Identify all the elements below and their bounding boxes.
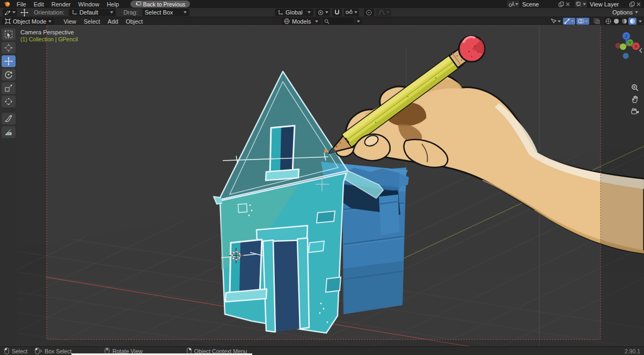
hint-box-select: Box Select	[35, 347, 71, 354]
object-visibility-dropdown[interactable]	[549, 18, 562, 25]
options-dropdown[interactable]: Options	[610, 9, 641, 16]
menu-window[interactable]: Window	[75, 1, 103, 8]
chevron-down-icon	[635, 11, 638, 13]
move-tool-icon[interactable]	[20, 9, 28, 17]
proportional-falloff-dropdown[interactable]	[376, 9, 391, 16]
magnet-icon	[334, 9, 340, 16]
proportional-edit-toggle[interactable]	[364, 9, 374, 16]
pan-button[interactable]	[629, 93, 641, 105]
tool-scale[interactable]	[2, 82, 16, 94]
transform-orientation-dropdown[interactable]: Global	[275, 9, 313, 16]
orientation-label: Orientation:	[34, 9, 64, 16]
topbar-right: Scene View Layer	[507, 1, 642, 8]
gizmo-neg-z-ball[interactable]	[623, 53, 629, 59]
camera-view-button[interactable]	[629, 105, 641, 117]
chevron-down-icon	[110, 11, 113, 13]
globe-icon	[284, 18, 290, 24]
falloff-curve-icon	[378, 9, 385, 16]
menu-file[interactable]: File	[13, 1, 30, 8]
tool-cursor[interactable]	[2, 42, 16, 54]
new-view-layer-icon[interactable]	[630, 2, 635, 7]
gizmo-neg-y-ball[interactable]	[620, 44, 626, 50]
scene-name-field[interactable]: Scene	[519, 1, 557, 8]
viewport-header: Object Mode View Select Add Object Model…	[0, 17, 644, 25]
shading-material-button[interactable]	[620, 18, 628, 25]
pivot-point-dropdown[interactable]	[316, 9, 330, 16]
asset-bar: Models	[281, 18, 362, 25]
show-overlays-toggle[interactable]	[576, 18, 589, 25]
viewport-nav-buttons	[629, 82, 641, 117]
menu-select[interactable]: Select	[80, 18, 104, 25]
scene-selector: Scene	[507, 1, 572, 8]
object-mode-icon	[5, 18, 11, 24]
svg-text:Y: Y	[628, 40, 632, 45]
snap-target-dropdown[interactable]	[344, 9, 359, 16]
snap-toggle[interactable]	[332, 9, 342, 16]
global-orientation-icon	[277, 10, 283, 16]
new-scene-icon[interactable]	[559, 2, 564, 7]
view-layer-icon	[576, 2, 582, 7]
viewport-3d[interactable]: Camera Perspective (1) Collection | GPen…	[0, 25, 644, 346]
shading-rendered-button[interactable]	[628, 18, 636, 25]
toolbar-left	[0, 25, 17, 346]
chevron-down-icon	[583, 3, 586, 5]
chevron-down-icon	[308, 11, 311, 13]
asset-search-field[interactable]	[323, 18, 354, 25]
menu-render[interactable]: Render	[48, 1, 75, 8]
orientation-dropdown[interactable]: Default	[69, 9, 116, 16]
show-gizmo-toggle[interactable]	[563, 18, 575, 25]
shading-solid-button[interactable]	[612, 18, 620, 25]
chevron-down-icon	[357, 20, 360, 23]
svg-text:X: X	[634, 44, 638, 49]
mouse-left-icon	[4, 347, 9, 354]
zoom-button[interactable]	[629, 82, 641, 93]
pivot-point-icon	[317, 9, 324, 16]
unlink-scene-icon[interactable]	[566, 2, 570, 6]
proportional-edit-icon	[365, 9, 372, 16]
blender-window: File Edit Render Window Help Back to Pre…	[0, 0, 644, 355]
tool-rotate[interactable]	[2, 69, 16, 81]
shading-wireframe-button[interactable]	[604, 18, 612, 25]
tool-transform[interactable]	[2, 96, 16, 107]
tool-measure[interactable]	[2, 126, 16, 138]
tool-move[interactable]	[2, 55, 16, 67]
chevron-down-icon[interactable]	[639, 20, 642, 23]
menu-edit[interactable]: Edit	[30, 1, 48, 8]
xray-toggle[interactable]	[592, 18, 601, 25]
chevron-down-icon	[386, 11, 390, 13]
menu-add[interactable]: Add	[104, 18, 122, 25]
blender-logo-icon[interactable]	[3, 1, 11, 7]
menu-help[interactable]: Help	[103, 1, 123, 8]
editor-type-button[interactable]	[3, 9, 17, 16]
svg-text:Z: Z	[625, 34, 628, 39]
asset-category-dropdown[interactable]: Models	[281, 18, 321, 25]
drag-dropdown[interactable]: Select Box	[142, 9, 189, 16]
view-layer-name-field[interactable]: View Layer	[587, 1, 628, 8]
chevron-down-icon	[585, 20, 588, 23]
topbar: File Edit Render Window Help Back to Pre…	[0, 0, 644, 8]
hand-icon	[631, 96, 639, 103]
camera-icon	[631, 108, 639, 114]
back-to-previous-button[interactable]: Back to Previous	[130, 1, 191, 8]
tool-annotate[interactable]	[2, 113, 16, 125]
tool-select-box[interactable]	[2, 28, 16, 40]
remove-view-layer-icon[interactable]	[636, 2, 641, 6]
search-icon	[324, 19, 330, 24]
menu-object[interactable]: Object	[122, 18, 147, 25]
navigation-gizmo[interactable]: Z Y X	[608, 28, 642, 62]
scene-browse-button[interactable]	[507, 1, 519, 8]
mode-dropdown[interactable]: Object Mode	[2, 18, 54, 25]
chevron-down-icon	[558, 20, 561, 23]
tool-settings-bar: Orientation: Default Drag: Select Box Gl…	[0, 8, 644, 17]
menu-view[interactable]: View	[60, 18, 80, 25]
asset-search-input[interactable]	[330, 18, 352, 24]
asset-bar-expand-button[interactable]	[355, 18, 362, 25]
hint-select: Select	[4, 347, 27, 354]
sidebar-toggle-arrow[interactable]	[639, 48, 643, 54]
orientation-axes-icon	[71, 10, 77, 16]
view-layer-browse-button[interactable]	[575, 1, 587, 8]
chevron-down-icon	[325, 11, 328, 13]
view-layer-selector: View Layer	[575, 1, 642, 8]
viewport-display-controls	[549, 18, 642, 25]
chevron-down-icon	[571, 20, 574, 23]
